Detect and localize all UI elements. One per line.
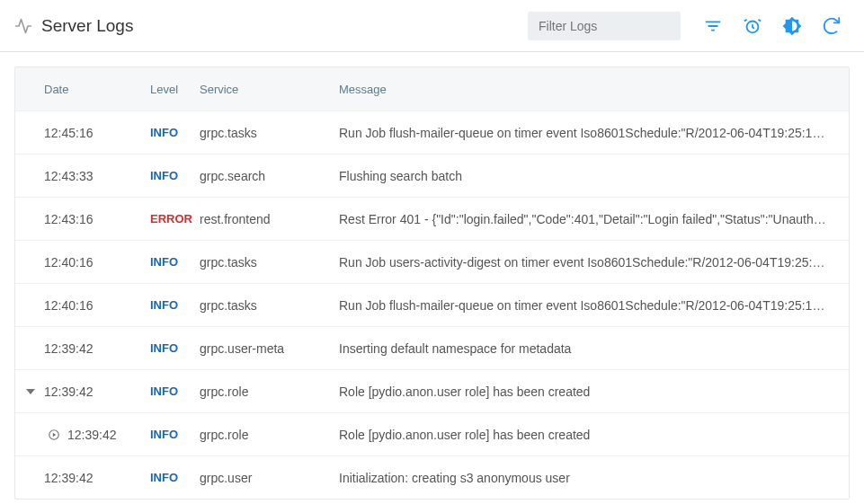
log-message: Run Job flush-mailer-queue on timer even… bbox=[339, 126, 834, 140]
page-title: Server Logs bbox=[41, 16, 133, 36]
log-level: INFO bbox=[150, 298, 200, 312]
column-header-date[interactable]: Date bbox=[44, 83, 150, 96]
play-circle-icon bbox=[48, 429, 60, 441]
app-header: Server Logs bbox=[0, 0, 864, 52]
activity-icon bbox=[14, 17, 32, 35]
log-service: grpc.role bbox=[200, 428, 339, 442]
log-time: 12:39:42 bbox=[44, 471, 150, 485]
log-service: rest.frontend bbox=[200, 212, 339, 226]
log-service: grpc.tasks bbox=[200, 255, 339, 270]
log-level: INFO bbox=[150, 126, 200, 139]
log-time: 12:39:42 bbox=[67, 428, 117, 442]
log-row[interactable]: 12:39:42INFOgrpc.roleRole [pydio.anon.us… bbox=[15, 412, 849, 455]
log-service: grpc.tasks bbox=[200, 298, 339, 313]
log-message: Inserting default namespace for metadata bbox=[339, 341, 834, 356]
log-row[interactable]: 12:43:16ERRORrest.frontendRest Error 401… bbox=[15, 197, 849, 240]
column-header-service[interactable]: Service bbox=[200, 83, 339, 96]
log-table: Date Level Service Message 12:45:16INFOg… bbox=[14, 66, 850, 500]
filter-button[interactable] bbox=[695, 8, 731, 44]
log-message: Rest Error 401 - {"Id":"login.failed","C… bbox=[339, 212, 834, 226]
log-time: 12:45:16 bbox=[44, 126, 150, 140]
log-message: Run Job flush-mailer-queue on timer even… bbox=[339, 298, 834, 313]
header-right bbox=[528, 8, 850, 44]
theme-toggle-button[interactable] bbox=[774, 8, 810, 44]
column-header-level[interactable]: Level bbox=[150, 83, 200, 96]
log-level: INFO bbox=[150, 341, 200, 355]
log-service: grpc.tasks bbox=[200, 126, 339, 140]
log-time: 12:43:16 bbox=[44, 212, 150, 226]
log-level: INFO bbox=[150, 428, 200, 441]
log-level: INFO bbox=[150, 471, 200, 484]
column-header-message[interactable]: Message bbox=[339, 83, 834, 96]
log-message: Role [pydio.anon.user role] has been cre… bbox=[339, 428, 834, 442]
log-level: ERROR bbox=[150, 212, 200, 225]
log-time: 12:39:42 bbox=[44, 385, 150, 399]
log-level: INFO bbox=[150, 169, 200, 182]
log-message: Initialization: creating s3 anonymous us… bbox=[339, 471, 834, 485]
header-left: Server Logs bbox=[14, 16, 133, 36]
log-time: 12:40:16 bbox=[44, 298, 150, 313]
log-level: INFO bbox=[150, 385, 200, 398]
log-row[interactable]: 12:39:42INFOgrpc.userInitialization: cre… bbox=[15, 455, 849, 499]
log-time: 12:40:16 bbox=[44, 255, 150, 270]
log-time: 12:39:42 bbox=[44, 341, 150, 356]
log-time: 12:43:33 bbox=[44, 169, 150, 183]
content-area: Date Level Service Message 12:45:16INFOg… bbox=[0, 52, 864, 504]
log-row[interactable]: 12:39:42INFOgrpc.user-metaInserting defa… bbox=[15, 326, 849, 369]
log-message: Run Job users-activity-digest on timer e… bbox=[339, 255, 834, 270]
alarm-button[interactable] bbox=[735, 8, 770, 44]
log-row[interactable]: 12:40:16INFOgrpc.tasksRun Job flush-mail… bbox=[15, 283, 849, 326]
log-message: Role [pydio.anon.user role] has been cre… bbox=[339, 385, 834, 399]
log-service: grpc.user-meta bbox=[200, 341, 339, 356]
log-row[interactable]: 12:45:16INFOgrpc.tasksRun Job flush-mail… bbox=[15, 111, 849, 154]
caret-down-icon[interactable] bbox=[26, 387, 35, 396]
log-level: INFO bbox=[150, 255, 200, 269]
filter-input[interactable] bbox=[528, 12, 681, 40]
log-message: Flushing search batch bbox=[339, 169, 834, 183]
log-row[interactable]: 12:40:16INFOgrpc.tasksRun Job users-acti… bbox=[15, 240, 849, 283]
log-table-header: Date Level Service Message bbox=[15, 67, 849, 111]
log-row[interactable]: 12:39:42INFOgrpc.roleRole [pydio.anon.us… bbox=[15, 369, 849, 412]
log-row[interactable]: 12:43:33INFOgrpc.searchFlushing search b… bbox=[15, 154, 849, 197]
log-service: grpc.user bbox=[200, 471, 339, 485]
log-service: grpc.search bbox=[200, 169, 339, 183]
log-service: grpc.role bbox=[200, 385, 339, 399]
refresh-button[interactable] bbox=[814, 8, 850, 44]
